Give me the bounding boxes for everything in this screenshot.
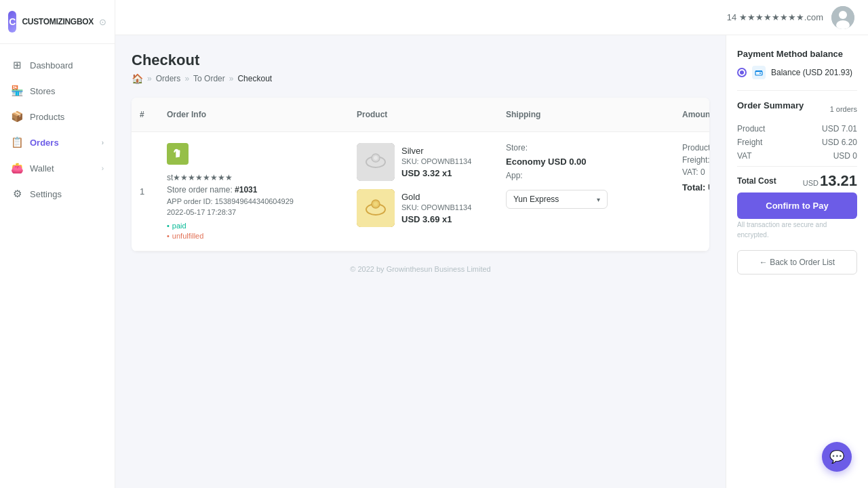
summary-vat-label: VAT [737,151,752,161]
sidebar-item-settings[interactable]: ⚙ Settings [0,181,115,207]
sidebar-logo: C CUSTOMIZINGBOX ⊙ [0,0,115,44]
total-cost-row: Total Cost USD 13.21 [737,172,857,190]
back-to-order-list-box[interactable]: ← Back to Order List [737,250,857,274]
chat-icon: 💬 [829,449,844,464]
product-item-gold: Gold SKU: OPOWNB1134 USD 3.69 x1 [357,189,471,227]
amount-total: Total: USD 13.21 [682,182,709,192]
col-product: Product [349,104,498,125]
order-app-id: APP order ID: 1538949644340604929 [167,197,294,205]
logo-text: CUSTOMIZINGBOX [22,17,94,26]
orders-chevron-icon: › [102,139,104,146]
page-header: Checkout 🏠 » Orders » To Order » Checkou… [132,52,709,84]
products-icon: 📦 [11,110,23,123]
product-price-gold: USD 3.69 x1 [401,214,471,224]
dashboard-icon: ⊞ [11,59,23,71]
breadcrumb-sep-2: » [184,74,189,83]
summary-title: Order Summary [737,100,804,110]
sidebar-item-products[interactable]: 📦 Products [0,104,115,129]
total-value: USD 13.21 [803,172,857,190]
carrier-value: Yun Express [513,195,559,204]
radio-selected[interactable] [737,68,747,77]
product-name-silver: Silver [401,146,471,156]
breadcrumb-orders[interactable]: Orders [156,74,181,83]
summary-divider [737,166,857,167]
sidebar-item-settings-label: Settings [30,189,62,199]
breadcrumb-current: Checkout [237,74,272,83]
col-amount: Amount(USD) [674,104,709,125]
product-name-gold: Gold [401,192,471,202]
order-date: 2022-05-17 17:28:37 [167,208,236,216]
product-image-gold [357,189,395,227]
summary-freight-line: Freight USD 6.20 [737,138,857,147]
order-store-name: Store order name: #1031 [167,185,257,195]
svg-point-7 [374,156,378,160]
cell-products: Silver SKU: OPOWNB1134 USD 3.32 x1 [349,132,498,251]
content-area: Checkout 🏠 » Orders » To Order » Checkou… [115,35,868,488]
shopify-store-icon [167,143,189,165]
table-body: 1 st★★★★★★★★ [132,132,709,251]
cell-shipping: Store: Economy USD 0.00 App: Yun Express… [498,132,674,251]
sidebar-item-stores[interactable]: 🏪 Stores [0,78,115,104]
col-shipping: Shipping [498,104,674,125]
secure-text: All transaction are secure and encrypted… [737,221,827,239]
sidebar-item-wallet-label: Wallet [30,163,54,174]
wallet-icon: 👛 [11,162,23,174]
payment-method-section: Payment Method balance [737,49,857,79]
topbar: 14 ★★★★★★★★.com [115,0,868,35]
svg-point-1 [839,11,847,19]
confirm-pay-button[interactable]: Confirm to Pay [737,192,857,219]
product-sku-silver: SKU: OPOWNB1134 [401,157,471,165]
summary-header: Order Summary 1 orders [737,100,857,117]
summary-product-value: USD 7.01 [822,124,857,134]
shipping-select[interactable]: Yun Express ▾ [506,190,608,209]
badge-paid: paid [167,222,203,230]
breadcrumb: 🏠 » Orders » To Order » Checkout [132,73,709,84]
footer-text: © 2022 by Growinthesun Business Limited [350,265,490,273]
sidebar-item-orders-label: Orders [30,138,59,148]
breadcrumb-sep-3: » [229,74,234,83]
amount-product: Product: 7.01 [682,143,709,152]
user-avatar[interactable] [831,6,854,29]
breadcrumb-to-order[interactable]: To Order [193,74,225,83]
shipping-store-label: Store: [506,143,528,152]
carrier-select-box[interactable]: Yun Express ▾ [506,190,608,209]
page-title: Checkout [132,52,709,69]
sidebar-item-stores-label: Stores [30,86,56,96]
chat-button[interactable]: 💬 [822,442,852,472]
summary-vat-value: USD 0 [833,151,857,161]
sidebar-item-orders[interactable]: 📋 Orders › [0,129,115,155]
select-chevron-icon: ▾ [597,196,600,203]
summary-product-label: Product [737,124,765,134]
product-sku-gold: SKU: OPOWNB1134 [401,203,471,211]
orders-table-card: # Order Info Product Shipping Amount(USD… [132,98,709,251]
sidebar-settings-icon[interactable]: ⊙ [99,17,106,27]
topbar-email: 14 ★★★★★★★★.com [727,12,823,22]
total-amount: 13.21 [820,172,857,190]
amount-freight: Freight: 6.2 [682,155,709,165]
main-area: 14 ★★★★★★★★.com Checkout 🏠 » Orders » To… [115,0,868,488]
cell-amount: Product: 7.01 Freight: 6.2 VAT: 0 Total:… [674,132,709,251]
footer: © 2022 by Growinthesun Business Limited [132,251,709,287]
sidebar-item-wallet[interactable]: 👛 Wallet › [0,155,115,181]
sidebar-item-products-label: Products [30,112,64,122]
side-panel: Payment Method balance [726,35,868,488]
back-to-order-list-link[interactable]: ← Back to Order List [745,258,850,267]
payment-method-title: Payment Method balance [737,49,857,59]
breadcrumb-home-icon[interactable]: 🏠 [132,73,143,84]
balance-label: Balance (USD 201.93) [771,68,852,77]
svg-point-11 [374,202,378,206]
sidebar-item-dashboard[interactable]: ⊞ Dashboard [0,52,115,78]
table-header: # Order Info Product Shipping Amount(USD… [132,98,709,132]
summary-orders-count: 1 orders [830,105,857,113]
svg-rect-14 [755,70,762,72]
summary-vat-line: VAT USD 0 [737,151,857,161]
settings-icon: ⚙ [11,188,23,200]
badge-unfulfilled: unfulfilled [167,232,203,240]
logo-icon: C [8,11,16,33]
stores-icon: 🏪 [11,85,23,97]
product-image-silver [357,143,395,181]
summary-freight-value: USD 6.20 [822,138,857,147]
amount-vat: VAT: 0 [682,167,705,177]
order-badges: paid unfulfilled [167,222,203,240]
payment-method-option[interactable]: Balance (USD 201.93) [737,66,857,79]
